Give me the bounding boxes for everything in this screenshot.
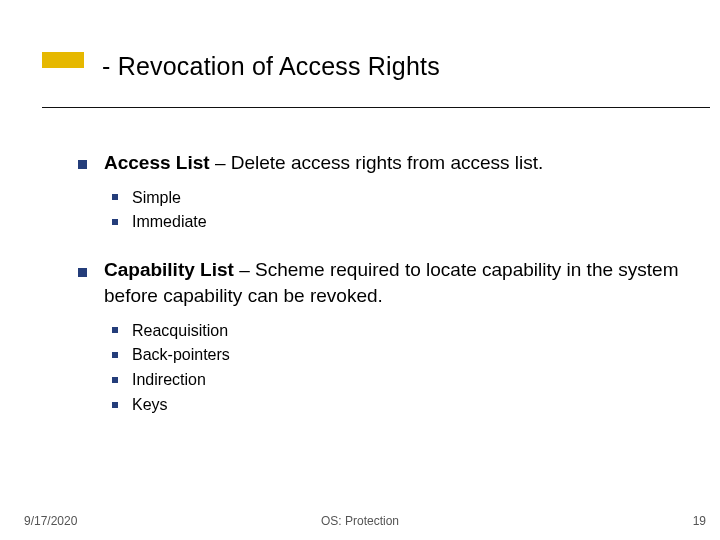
footer: 9/17/2020 OS: Protection 19 [0,508,720,528]
sublist-capability-list: Reacquisition Back-pointers Indirection … [112,319,680,418]
sub-bullet: Reacquisition [112,319,680,344]
sub-bullet: Keys [112,393,680,418]
bullet-capability-list: Capability List – Scheme required to loc… [78,257,680,308]
bullet-access-list: Access List – Delete access rights from … [78,150,680,176]
sub-bullet: Back-pointers [112,343,680,368]
slide: - Revocation of Access Rights Access Lis… [0,0,720,540]
slide-title: - Revocation of Access Rights [102,52,680,81]
sub-bullet: Indirection [112,368,680,393]
title-underline [42,107,710,108]
footer-page-number: 19 [693,514,706,528]
bullet-lead: Capability List [104,259,234,280]
sub-bullet: Simple [112,186,680,211]
sublist-access-list: Simple Immediate [112,186,680,236]
bullet-lead: Access List [104,152,210,173]
bullet-rest: – Delete access rights from access list. [210,152,544,173]
title-block: - Revocation of Access Rights [42,52,680,81]
content-area: Access List – Delete access rights from … [78,150,680,440]
footer-center: OS: Protection [0,514,720,528]
sub-bullet: Immediate [112,210,680,235]
